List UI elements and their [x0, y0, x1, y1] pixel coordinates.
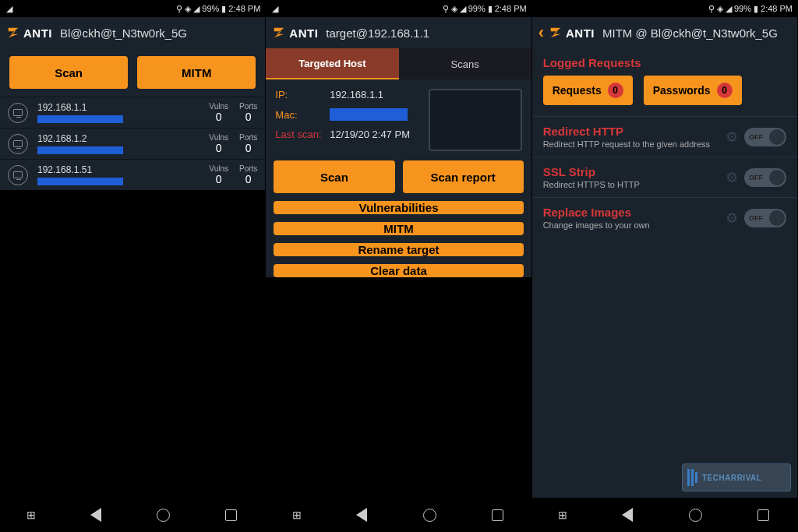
device-ip: 192.168.1.51: [37, 164, 209, 175]
bluetooth-icon: ⚲: [443, 4, 449, 14]
ports-label: Ports: [239, 102, 257, 111]
requests-button[interactable]: Requests 0: [543, 76, 633, 105]
tab-scans[interactable]: Scans: [399, 48, 531, 79]
nav-bar: ⊞: [0, 498, 265, 532]
status-bar: ◢ ⚲ ◈ ◢ 99% ▮ 2:48 PM: [0, 0, 265, 17]
toggle-switch[interactable]: OFF: [744, 128, 786, 146]
device-icon: [8, 103, 28, 123]
toggle-sub: Redirect HTTPS to HTTP: [543, 180, 726, 189]
battery-icon: ▮: [754, 4, 758, 14]
signal-icon: ◢: [460, 4, 466, 14]
mitm-button[interactable]: MITM: [137, 56, 256, 89]
device-progress: [37, 115, 123, 123]
nav-home-icon[interactable]: [687, 507, 703, 523]
target-title: target@192.168.1.1: [326, 26, 524, 40]
passwords-count: 0: [717, 83, 733, 98]
app-name: ANTI: [23, 26, 52, 40]
network-name: Bl@ckh@t_N3tw0rk_5G: [60, 26, 259, 40]
bluetooth-icon: ⚲: [708, 4, 715, 14]
notification-icon: ◢: [5, 4, 14, 13]
toggle-sub: Change images to your own: [543, 220, 726, 230]
panel-network: ◢ ⚲ ◈ ◢ 99% ▮ 2:48 PM ANTI Bl@ckh@t_N3tw…: [0, 0, 266, 532]
toggle-ssl-strip: SSL Strip Redirect HTTPS to HTTP ⚙ OFF: [532, 157, 797, 197]
tab-targeted-host[interactable]: Targeted Host: [266, 48, 398, 79]
ip-value: 192.168.1.1: [330, 89, 383, 100]
nav-menu-icon[interactable]: ⊞: [26, 509, 36, 521]
toggle-title: SSL Strip: [543, 165, 726, 178]
toggle-replace-images: Replace Images Change images to your own…: [532, 197, 797, 238]
app-header: ANTI target@192.168.1.1: [266, 17, 531, 48]
rename-target-button[interactable]: Rename target: [274, 243, 523, 256]
nav-back-icon[interactable]: [354, 507, 369, 523]
signal-icon: ◢: [193, 4, 200, 14]
ports-value: 0: [245, 111, 252, 123]
app-name: ANTI: [566, 26, 595, 40]
device-row[interactable]: 192.168.1.1 Vulns0 Ports0: [0, 97, 265, 128]
battery-icon: ▮: [488, 4, 493, 14]
zanti-logo-icon: [272, 26, 286, 40]
app-name: ANTI: [289, 26, 318, 40]
toggle-switch[interactable]: OFF: [744, 168, 786, 187]
mitm-button[interactable]: MITM: [274, 222, 523, 235]
notification-icon: ◢: [270, 4, 280, 13]
toggle-switch[interactable]: OFF: [744, 209, 786, 227]
zanti-logo-icon: [549, 26, 563, 40]
gear-icon[interactable]: ⚙: [726, 210, 738, 227]
status-bar: ⚲ ◈ ◢ 99% ▮ 2:48 PM: [532, 0, 797, 17]
requests-count: 0: [608, 83, 623, 98]
bluetooth-icon: ⚲: [176, 4, 182, 14]
device-icon: [8, 134, 28, 154]
scan-button[interactable]: Scan: [274, 160, 394, 193]
scan-report-button[interactable]: Scan report: [403, 160, 524, 193]
lastscan-label: Last scan:: [275, 129, 330, 140]
toggle-redirect-http: Redirect HTTP Redirect HTTP request to t…: [532, 116, 797, 157]
wifi-icon: ◈: [717, 4, 723, 14]
panel-mitm: ⚲ ◈ ◢ 99% ▮ 2:48 PM ‹ ANTI MITM @ Bl@ckh…: [532, 0, 798, 532]
lastscan-value: 12/19/20 2:47 PM: [330, 129, 410, 140]
mac-value-redacted: [330, 108, 408, 121]
nav-home-icon[interactable]: [156, 507, 171, 523]
signal-icon: ◢: [726, 4, 732, 14]
nav-recent-icon[interactable]: [755, 507, 771, 523]
mac-label: Mac:: [275, 109, 330, 121]
nav-menu-icon[interactable]: ⊞: [558, 509, 567, 521]
nav-bar: ⊞: [266, 498, 531, 532]
gear-icon[interactable]: ⚙: [726, 129, 738, 146]
device-row[interactable]: 192.168.1.2 Vulns0 Ports0: [0, 128, 265, 159]
scan-button[interactable]: Scan: [9, 56, 128, 89]
nav-recent-icon[interactable]: [224, 507, 239, 523]
nav-back-icon[interactable]: [88, 507, 104, 523]
vulns-value: 0: [216, 111, 222, 123]
battery-percent: 99%: [202, 4, 219, 13]
zanti-logo-icon: [6, 26, 20, 40]
wifi-icon: ◈: [185, 4, 191, 14]
clear-data-button[interactable]: Clear data: [274, 264, 523, 277]
app-header: ‹ ANTI MITM @ Bl@ckh@t_N3tw0rk_5G: [532, 17, 797, 48]
ip-label: IP:: [275, 89, 330, 100]
logged-requests-title: Logged Requests: [532, 48, 797, 76]
device-ip: 192.168.1.2: [37, 133, 209, 144]
device-icon: [8, 165, 28, 185]
nav-home-icon[interactable]: [422, 507, 437, 523]
passwords-label: Passwords: [653, 84, 711, 97]
toggle-sub: Redirect HTTP request to the given addre…: [543, 139, 726, 149]
mitm-title: MITM @ Bl@ckh@t_N3tw0rk_5G: [602, 26, 791, 40]
requests-label: Requests: [553, 84, 602, 97]
gear-icon[interactable]: ⚙: [726, 169, 738, 186]
app-header: ANTI Bl@ckh@t_N3tw0rk_5G: [0, 17, 265, 48]
vulnerabilities-button[interactable]: Vulnerabilities: [274, 201, 523, 214]
device-progress: [37, 178, 123, 185]
watermark: TECHARRIVAL: [682, 463, 791, 491]
passwords-button[interactable]: Passwords 0: [644, 76, 742, 105]
toggle-title: Replace Images: [543, 206, 726, 219]
nav-back-icon[interactable]: [620, 507, 635, 523]
nav-recent-icon[interactable]: [489, 507, 505, 523]
back-icon[interactable]: ‹: [538, 23, 544, 43]
device-progress: [37, 146, 123, 154]
vulns-label: Vulns: [209, 102, 228, 111]
device-preview: [429, 89, 522, 151]
battery-icon: ▮: [221, 4, 226, 14]
device-row[interactable]: 192.168.1.51 Vulns0 Ports0: [0, 159, 265, 190]
clock: 2:48 PM: [228, 4, 260, 13]
nav-menu-icon[interactable]: ⊞: [292, 509, 302, 521]
